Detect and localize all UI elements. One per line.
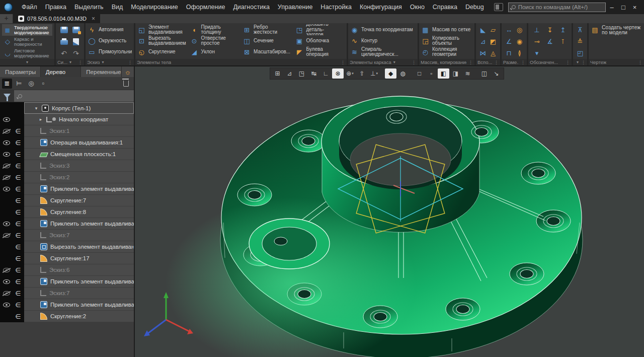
mode-solid-modeling[interactable]: ◼Твердотельное моделирование [2, 24, 52, 36]
delete-icon[interactable] [123, 81, 129, 87]
group-launcher-icon[interactable]: ⋮ [494, 60, 499, 65]
undo-icon[interactable]: ↶ [61, 50, 67, 57]
tree-row[interactable]: ∈Скругление:8 [0, 206, 134, 218]
tree-row[interactable]: ∈Эскиз:7 [0, 230, 134, 241]
tree-row[interactable]: ∈Эскиз:7 [0, 288, 134, 299]
dim-angular-icon[interactable]: ∠ [506, 38, 512, 45]
viewport-tool-auto-dimension[interactable]: ↹ [308, 68, 319, 79]
viewport-tool-surfaces[interactable]: ≋ [462, 68, 473, 79]
viewport-tool-section-view[interactable]: ◫ [478, 68, 490, 79]
ribbon-command[interactable]: ◖Придать толщину [190, 24, 240, 35]
new-tab-button[interactable]: + [0, 14, 13, 23]
ribbon-group-label-system[interactable]: Си...▾⋮ [56, 59, 84, 65]
eye-visible-icon[interactable] [3, 303, 10, 307]
menu-4[interactable]: Вид [108, 2, 127, 13]
viewport-tool-clip-frame[interactable]: □ [414, 68, 425, 79]
viewport-tool-display-mode[interactable]: ◧ [438, 68, 449, 79]
tree-row[interactable]: ∈Скругление:7 [0, 195, 134, 206]
eye-hidden-icon[interactable] [3, 164, 10, 168]
ribbon-command[interactable]: ◯Окружность [88, 35, 132, 46]
eye-visible-icon[interactable] [3, 140, 10, 145]
print-icon[interactable] [60, 40, 68, 45]
dim-linear-icon[interactable]: ↔ [506, 26, 512, 34]
tree-row[interactable]: ∈Смещенная плоскость:1 [0, 149, 134, 160]
tree-item[interactable]: Скругление:8 [24, 206, 134, 218]
tree-item[interactable]: Приклеить элемент выдавливания [24, 183, 134, 195]
viewport-tool-view-settings[interactable]: ⊞ [272, 68, 283, 79]
modes-expander-icon[interactable]: ▾ [26, 60, 28, 64]
tree-item[interactable]: ▸Начало координат [24, 114, 134, 125]
ribbon-command[interactable]: ▤Создать чертеж по модели [591, 24, 642, 35]
viewport-tool-sketch-corner[interactable]: ∟ [320, 68, 332, 79]
note-leader-icon[interactable]: ⊥ [534, 26, 539, 34]
aux-control-icon[interactable]: ◬ [491, 49, 496, 57]
tree-row[interactable]: ∈Приклеить элемент выдавливания [0, 299, 134, 311]
ribbon-command[interactable]: ϟАвтолиния [88, 24, 132, 35]
eye-hidden-icon[interactable] [3, 291, 10, 296]
tree-row[interactable]: ∈Вырезать элемент выдавливания: [0, 241, 134, 253]
menu-6[interactable]: Оформление [182, 2, 229, 13]
ribbon-group-label-drawing[interactable]: Чертеж⋮ [589, 59, 644, 65]
group-launcher-icon[interactable]: ⋮ [341, 60, 345, 65]
viewport-tool-place-sketch[interactable]: ◳ [296, 68, 307, 79]
menu-12[interactable]: Справка [429, 2, 461, 13]
group-launcher-icon[interactable]: ⋮ [412, 60, 416, 65]
group-dropdown-icon[interactable]: ▾ [69, 60, 71, 64]
menu-5[interactable]: Моделирование [127, 2, 182, 13]
maximize-button[interactable]: □ [618, 3, 629, 12]
menu-2[interactable]: Правка [41, 2, 70, 13]
aux-surface-icon[interactable]: ▱ [491, 26, 496, 34]
tree-item[interactable]: Эскиз:6 [24, 264, 134, 276]
viewport-tool-clip-region[interactable]: ▫ [426, 68, 437, 79]
eye-hidden-icon[interactable] [3, 268, 10, 272]
eye-hidden-icon[interactable] [3, 233, 10, 238]
viewport-tool-wireframe-sphere[interactable]: ◍ [397, 68, 409, 79]
redo-icon[interactable]: ↷ [73, 50, 79, 57]
tree-row[interactable]: ∈Скругление:17 [0, 253, 134, 264]
ribbon-command[interactable]: ⊡Вырезать выдавливанием [137, 35, 187, 46]
ribbon-group-label-body[interactable]: Элементы тела⋮ [135, 59, 347, 65]
ribbon-command[interactable]: ◢Уклон [190, 46, 240, 57]
group-launcher-icon[interactable]: ⋮ [78, 60, 83, 65]
tree-item[interactable]: Приклеить элемент выдавливания [24, 276, 134, 288]
ribbon-group-label-sketch[interactable]: Эскиз▾⋮ [86, 59, 134, 65]
viewport-tool-orientation-axes[interactable]: ⊥▾ [368, 68, 380, 79]
tree-row[interactable]: ▸Начало координат [0, 114, 134, 125]
menu-1[interactable]: Файл [18, 2, 41, 13]
close-button[interactable]: × [629, 3, 640, 12]
viewport-tool-orientation-up[interactable]: ⇧ [356, 68, 368, 79]
note-rough-icon[interactable]: ↥ [560, 26, 566, 34]
tree-row[interactable]: ∈Эскиз:2 [0, 172, 134, 183]
mode-wireframe-surfaces[interactable]: ◇Каркас и поверхности [2, 36, 52, 47]
tree-row[interactable]: ∈Приклеить элемент выдавливания [0, 276, 134, 288]
ribbon-group-label-aux[interactable]: Вспо...⋮ [476, 59, 500, 65]
viewport-3d[interactable]: ⊞⊿◳↹∟⊗⊕▾⇧⊥▾◆◍□▫◧◨≋◫↘ [135, 66, 644, 357]
extra-cond-icon[interactable]: ⊼ [578, 26, 583, 34]
ribbon-command[interactable]: ≋Спираль цилиндрическ... [350, 46, 416, 57]
eye-visible-icon[interactable] [3, 222, 10, 226]
aux-axis-icon[interactable]: ⊿ [480, 38, 486, 45]
note-mark-icon[interactable]: ∡ [547, 38, 553, 45]
gear-icon[interactable]: ☼ [122, 66, 134, 77]
tree-row[interactable]: ∈Эскиз:1 [0, 125, 134, 137]
ribbon-command[interactable]: ⊞Ребро жесткости [243, 24, 292, 35]
note-position-icon[interactable]: ⊺ [561, 38, 565, 45]
menu-9[interactable]: Настройка [316, 2, 356, 13]
dim-diameter-icon[interactable]: ◎ [517, 26, 522, 34]
viewport-tool-zoom[interactable]: ⊕▾ [344, 68, 356, 79]
panel-tab-параметры[interactable]: Параметры [0, 66, 41, 77]
tree-row[interactable]: ∈Эскиз:6 [0, 264, 134, 276]
viewport-tool-measure[interactable]: ↘ [491, 68, 502, 79]
ribbon-command[interactable]: ◱Элемент выдавливания [137, 24, 187, 35]
ribbon-command[interactable]: ◫Сечение [243, 35, 292, 46]
ribbon-group-label-frame[interactable]: Элементы каркаса▾⋮ [348, 59, 418, 65]
tree-item[interactable]: Операция выдавливания:1 [24, 137, 134, 149]
group-launcher-icon[interactable]: ⋮ [521, 60, 525, 65]
tree-item[interactable]: Эскиз:3 [24, 160, 134, 172]
mode-sheet-modeling[interactable]: ◡Листовое моделирование [2, 47, 52, 59]
group-launcher-icon[interactable]: ⋮ [638, 60, 642, 65]
group-launcher-icon[interactable]: ⋮ [566, 60, 570, 65]
aux-point-icon[interactable]: ◩ [490, 38, 496, 45]
tree-item[interactable]: Вырезать элемент выдавливания: [24, 241, 134, 253]
ribbon-command[interactable]: ◲Копировать объекты [421, 35, 472, 46]
